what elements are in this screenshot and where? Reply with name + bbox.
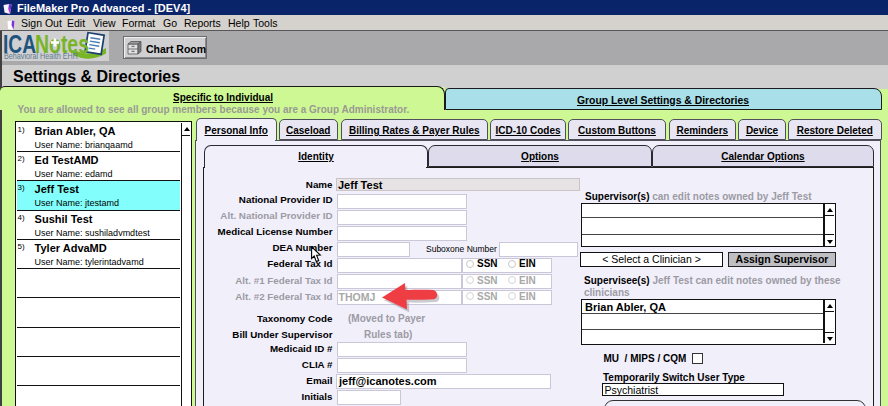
svg-text:Behavioral Health EHR: Behavioral Health EHR — [4, 51, 78, 61]
